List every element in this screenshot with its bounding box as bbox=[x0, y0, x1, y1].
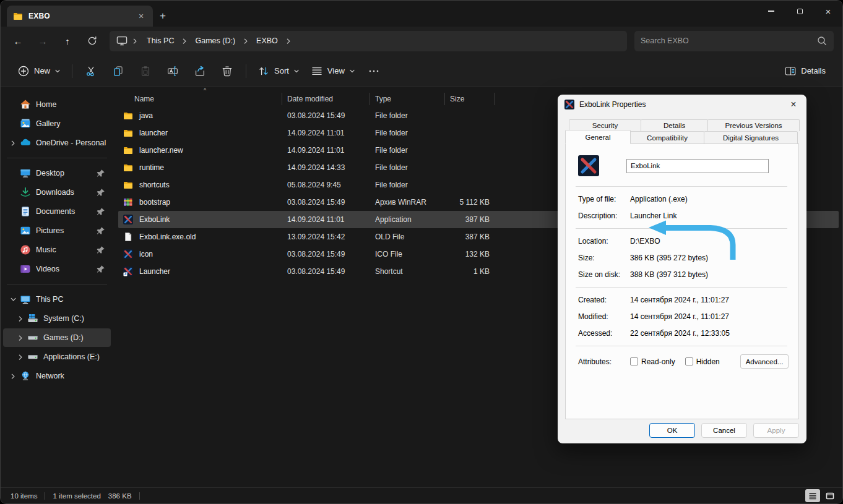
sidebar-item-onedrive-personal[interactable]: OneDrive - Personal bbox=[3, 134, 111, 152]
breadcrumb-item-this-pc[interactable]: This PC bbox=[142, 35, 179, 47]
delete-button[interactable] bbox=[214, 61, 240, 82]
new-tab-button[interactable]: + bbox=[153, 6, 173, 27]
chevron-down-icon[interactable] bbox=[7, 296, 19, 302]
share-button[interactable] bbox=[187, 61, 213, 82]
file-date-modified: 14.09.2024 14:33 bbox=[282, 163, 370, 172]
chevron-right-icon[interactable] bbox=[7, 373, 19, 380]
file-name: launcher.new bbox=[139, 146, 183, 155]
sidebar-item-gallery[interactable]: Gallery bbox=[3, 114, 111, 133]
checkbox-read-only[interactable] bbox=[630, 357, 638, 365]
section-separator bbox=[576, 287, 787, 288]
column-header-name[interactable]: Name bbox=[118, 93, 282, 105]
details-view-toggle[interactable] bbox=[805, 489, 820, 502]
chevron-right-icon[interactable] bbox=[14, 354, 27, 361]
copy-button[interactable] bbox=[105, 61, 131, 82]
chevron-right-icon[interactable] bbox=[14, 315, 27, 322]
sidebar-item-label: Music bbox=[36, 246, 97, 254]
documents-icon bbox=[19, 206, 32, 217]
sidebar-item-pictures[interactable]: Pictures bbox=[3, 221, 111, 240]
file-name: icon bbox=[139, 250, 153, 258]
search-icon bbox=[816, 35, 828, 46]
file-explorer-window: EXBO × + × ← → ↑ This PCGames (D:)EXBO N… bbox=[0, 0, 843, 504]
search-input[interactable] bbox=[641, 36, 816, 45]
tab-details[interactable]: Details bbox=[641, 119, 708, 131]
tab-digital-signatures[interactable]: Digital Signatures bbox=[704, 131, 798, 144]
breadcrumb-item-games-d[interactable]: Games (D:) bbox=[190, 35, 240, 47]
sidebar-item-documents[interactable]: Documents bbox=[3, 202, 111, 221]
sidebar-item-desktop[interactable]: Desktop bbox=[3, 164, 111, 182]
sidebar-item-network[interactable]: Network bbox=[3, 367, 111, 385]
sidebar-item-downloads[interactable]: Downloads bbox=[3, 183, 111, 202]
attribute-hidden[interactable]: Hidden bbox=[685, 357, 720, 366]
filename-input[interactable] bbox=[626, 159, 769, 173]
sidebar-item-home[interactable]: Home bbox=[3, 95, 111, 114]
rename-button[interactable] bbox=[160, 61, 186, 82]
chevron-right-icon[interactable] bbox=[7, 140, 19, 147]
search-box[interactable] bbox=[634, 31, 834, 51]
column-header-date-modified[interactable]: Date modified bbox=[282, 93, 370, 105]
close-button[interactable]: × bbox=[814, 1, 842, 22]
breadcrumb-item-exbo[interactable]: EXBO bbox=[251, 35, 283, 47]
tab-close-icon[interactable]: × bbox=[136, 11, 147, 21]
sidebar-item-this-pc[interactable]: This PC bbox=[3, 290, 111, 309]
column-header-size[interactable]: Size bbox=[445, 93, 495, 105]
sidebar-item-label: Gallery bbox=[36, 119, 111, 128]
apply-button[interactable]: Apply bbox=[753, 423, 799, 438]
sidebar-item-applications-e[interactable]: Applications (E:) bbox=[3, 348, 111, 366]
forward-button[interactable]: → bbox=[30, 30, 55, 51]
cancel-button[interactable]: Cancel bbox=[701, 423, 747, 438]
section-separator bbox=[576, 228, 787, 229]
chevron-down-icon bbox=[293, 68, 300, 74]
videos-icon bbox=[19, 263, 32, 275]
chevron-right-icon[interactable] bbox=[14, 335, 27, 341]
thumbnail-view-toggle[interactable] bbox=[823, 489, 837, 502]
up-button[interactable]: ↑ bbox=[55, 30, 80, 51]
dialog-close-button[interactable]: × bbox=[784, 96, 803, 113]
field-label: Type of file: bbox=[578, 195, 630, 204]
status-divider bbox=[45, 492, 45, 500]
explorer-tab[interactable]: EXBO × bbox=[7, 6, 153, 27]
minimize-button[interactable] bbox=[757, 1, 785, 22]
ok-button[interactable]: OK bbox=[649, 423, 695, 438]
winrar-icon bbox=[123, 197, 133, 207]
home-icon bbox=[19, 99, 32, 110]
sidebar-item-label: OneDrive - Personal bbox=[36, 139, 111, 147]
advanced-button[interactable]: Advanced... bbox=[740, 354, 789, 369]
pin-icon bbox=[97, 188, 105, 197]
plus-circle-icon bbox=[17, 65, 30, 77]
tab-previous-versions[interactable]: Previous Versions bbox=[707, 119, 800, 131]
paste-button[interactable] bbox=[132, 61, 158, 82]
sidebar-item-music[interactable]: Music bbox=[3, 241, 111, 259]
sidebar-item-label: Home bbox=[36, 100, 111, 109]
sidebar-item-videos[interactable]: Videos bbox=[3, 260, 111, 278]
refresh-button[interactable] bbox=[80, 30, 105, 51]
file-date-modified: 03.08.2024 15:49 bbox=[282, 111, 370, 120]
sidebar-item-games-d[interactable]: Games (D:) bbox=[3, 328, 111, 347]
tab-general[interactable]: General bbox=[565, 130, 631, 144]
column-header-type[interactable]: Type bbox=[370, 93, 445, 105]
file-date-modified: 14.09.2024 11:01 bbox=[282, 129, 370, 137]
checkbox-hidden[interactable] bbox=[685, 357, 693, 365]
field-value: 22 сентября 2024 г., 12:33:05 bbox=[630, 329, 730, 338]
view-button[interactable]: View bbox=[305, 61, 361, 82]
tab-compatibility[interactable]: Compatibility bbox=[630, 131, 704, 144]
field-label: Size: bbox=[578, 254, 630, 263]
file-type: ICO File bbox=[370, 250, 445, 258]
details-pane-button[interactable]: Details bbox=[779, 61, 831, 82]
more-options-button[interactable] bbox=[361, 61, 387, 82]
attribute-read-only[interactable]: Read-only bbox=[630, 357, 675, 366]
new-button-label: New bbox=[34, 66, 50, 75]
address-bar[interactable]: This PCGames (D:)EXBO bbox=[110, 31, 627, 51]
maximize-button[interactable] bbox=[785, 1, 814, 22]
checkbox-label: Hidden bbox=[696, 357, 720, 366]
cut-button[interactable] bbox=[78, 61, 104, 82]
new-button[interactable]: New bbox=[12, 61, 66, 82]
file-date-modified: 05.08.2024 9:45 bbox=[282, 181, 370, 189]
sort-button[interactable]: Sort bbox=[252, 61, 305, 82]
sidebar-item-system-c[interactable]: System (C:) bbox=[3, 309, 111, 328]
details-pane-label: Details bbox=[801, 66, 826, 75]
file-name: java bbox=[139, 111, 153, 120]
file-date-modified: 14.09.2024 11:01 bbox=[282, 146, 370, 155]
section-separator bbox=[576, 346, 787, 346]
back-button[interactable]: ← bbox=[6, 30, 30, 51]
